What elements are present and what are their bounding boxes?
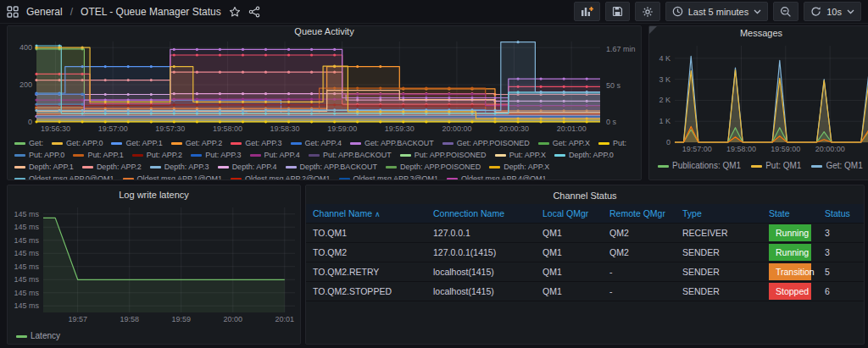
table-cell: TO.QM2.RETRY bbox=[306, 262, 426, 282]
legend-item[interactable]: Put: APP.2 bbox=[132, 150, 182, 160]
apps-grid-icon[interactable] bbox=[7, 6, 19, 18]
legend-item[interactable]: Get: APP.POISONED bbox=[442, 138, 530, 148]
table-cell: localhost(1415) bbox=[426, 262, 536, 282]
table-cell: - bbox=[603, 282, 676, 301]
table-cell: 127.0.0.1 bbox=[426, 224, 536, 243]
table-cell-state: Transition bbox=[762, 262, 818, 282]
legend-item[interactable]: Put: APP.POISONED bbox=[400, 150, 487, 160]
table-row: TO.QM1127.0.0.1QM1QM2RECEIVERRunning3 bbox=[306, 224, 865, 243]
queue-activity-chart[interactable]: 19:56:3019:57:0019:57:3019:58:0019:58:30… bbox=[8, 37, 641, 137]
table-cell: QM1 bbox=[536, 243, 603, 262]
legend-item[interactable]: Oldest msg APP.3@QM1 bbox=[339, 174, 439, 180]
legend-item[interactable]: Oldest msg APP.2@QM1 bbox=[231, 174, 331, 180]
svg-text:19:59:30: 19:59:30 bbox=[385, 124, 415, 133]
table-cell-status: 6 bbox=[818, 282, 865, 301]
legend-item[interactable]: Depth: APP.BACKOUT bbox=[286, 162, 377, 172]
log-write-latency-chart[interactable]: 19:5719:5819:5920:0020:01145 ms145 ms145… bbox=[8, 202, 300, 329]
svg-text:145 ms: 145 ms bbox=[14, 301, 39, 310]
column-header-channel-name[interactable]: Channel Name∧ bbox=[306, 204, 426, 224]
svg-text:1 K: 1 K bbox=[659, 117, 670, 125]
legend-item[interactable]: Get: APP.1 bbox=[111, 138, 162, 148]
log-latency-legend: Latency bbox=[8, 329, 300, 343]
column-header-remote-qmgr[interactable]: Remote QMgr bbox=[603, 204, 676, 224]
add-panel-button[interactable] bbox=[574, 2, 600, 21]
legend-item[interactable]: Depth: APP.2 bbox=[82, 162, 142, 172]
legend-item[interactable]: Put: APP.X bbox=[495, 150, 546, 160]
svg-text:19:58: 19:58 bbox=[120, 315, 139, 323]
svg-text:19:59: 19:59 bbox=[171, 315, 191, 323]
legend-item[interactable]: Oldest msg APP.4@QM1 bbox=[447, 174, 547, 180]
save-dashboard-button[interactable] bbox=[605, 2, 630, 21]
legend-item[interactable]: Depth: APP.4 bbox=[218, 162, 277, 172]
table-cell-status: 3 bbox=[818, 224, 865, 243]
svg-text:20:01:00: 20:01:00 bbox=[557, 124, 587, 133]
panel-title-log-write-latency[interactable]: Log write latency bbox=[8, 185, 300, 202]
svg-text:20:01: 20:01 bbox=[275, 315, 295, 323]
legend-item[interactable]: Put: bbox=[598, 138, 626, 148]
column-header-type[interactable]: Type bbox=[676, 204, 762, 224]
svg-text:19:56:30: 19:56:30 bbox=[41, 124, 70, 133]
table-cell: TO.QM2.STOPPED bbox=[306, 282, 426, 301]
column-header-connection-name[interactable]: Connection Name bbox=[426, 204, 536, 224]
table-cell: SENDER bbox=[676, 243, 762, 262]
legend-item[interactable]: Depth: APP.1 bbox=[14, 162, 74, 172]
messages-chart[interactable]: 19:57:0019:58:0019:59:0020:00:0001 K2 K3… bbox=[649, 39, 868, 159]
table-cell-state: Stopped bbox=[762, 282, 818, 301]
panel-title-queue-activity[interactable]: Queue Activity bbox=[8, 26, 641, 37]
svg-text:145 ms: 145 ms bbox=[14, 275, 39, 284]
table-cell: TO.QM1 bbox=[306, 224, 426, 243]
legend-item[interactable]: Get: APP.0 bbox=[52, 138, 103, 148]
svg-text:50 s: 50 s bbox=[606, 81, 621, 90]
svg-text:1.67 min: 1.67 min bbox=[606, 45, 636, 53]
legend-item[interactable]: Get: APP.2 bbox=[171, 138, 222, 148]
breadcrumb-root[interactable]: General bbox=[26, 6, 63, 18]
svg-text:20:00:30: 20:00:30 bbox=[499, 124, 529, 133]
legend-item[interactable]: Put: APP.0 bbox=[14, 150, 64, 160]
legend-item[interactable]: Oldest msg APP.0@QM1 bbox=[14, 174, 114, 180]
column-header-local-qmgr[interactable]: Local QMgr bbox=[536, 204, 603, 224]
legend-item[interactable]: Put: QM1 bbox=[751, 161, 801, 171]
svg-text:3 K: 3 K bbox=[659, 75, 670, 84]
legend-item[interactable]: Get: APP.X bbox=[538, 138, 590, 148]
svg-text:19:58:00: 19:58:00 bbox=[726, 145, 756, 153]
breadcrumb-separator: / bbox=[70, 6, 73, 18]
svg-text:20:00:00: 20:00:00 bbox=[815, 145, 845, 153]
panel-title-messages[interactable]: Messages bbox=[649, 26, 868, 39]
legend-item[interactable]: Publications: QM1 bbox=[658, 161, 741, 171]
dashboard-title[interactable]: OTEL - Queue Manager Status bbox=[81, 6, 221, 18]
legend-item[interactable]: Get: QM1 bbox=[811, 161, 862, 171]
legend-item[interactable]: Get: APP.3 bbox=[231, 138, 281, 148]
time-range-label: Last 5 minutes bbox=[688, 7, 749, 17]
column-header-state[interactable]: State bbox=[762, 204, 818, 224]
legend-item[interactable]: Depth: APP.0 bbox=[554, 150, 614, 160]
messages-legend: Publications: QM1Put: QM1Get: QM1Browse … bbox=[649, 159, 868, 173]
table-cell: SENDER bbox=[676, 262, 762, 282]
panel-title-channel-status[interactable]: Channel Status bbox=[306, 185, 864, 204]
legend-item[interactable]: Put: APP.3 bbox=[191, 150, 241, 160]
legend-item[interactable]: Latency bbox=[16, 331, 60, 341]
dashboard-settings-button[interactable] bbox=[635, 2, 660, 21]
time-range-picker[interactable]: Last 5 minutes bbox=[665, 2, 769, 21]
legend-item[interactable]: Oldest msg APP.1@QM1 bbox=[123, 174, 223, 180]
star-icon[interactable] bbox=[229, 6, 241, 18]
table-cell: QM1 bbox=[536, 282, 603, 301]
legend-item[interactable]: Depth: APP.3 bbox=[150, 162, 209, 172]
legend-item[interactable]: Get: APP.4 bbox=[291, 138, 342, 148]
table-cell-state: Running bbox=[762, 243, 818, 262]
panel-info-corner-icon[interactable] bbox=[649, 26, 657, 34]
zoom-out-button[interactable] bbox=[773, 2, 798, 21]
legend-item[interactable]: Depth: APP.POISONED bbox=[386, 162, 481, 172]
legend-item[interactable]: Put: APP.1 bbox=[73, 150, 123, 160]
legend-item[interactable]: Put: APP.4 bbox=[250, 150, 300, 160]
refresh-button[interactable]: 10s bbox=[804, 2, 861, 21]
legend-item[interactable]: Get: bbox=[14, 138, 43, 148]
legend-item[interactable]: Get: APP.BACKOUT bbox=[350, 138, 434, 148]
table-cell: QM2 bbox=[603, 243, 676, 262]
legend-item[interactable]: Put: APP.BACKOUT bbox=[309, 150, 392, 160]
channel-status-table: Channel Name∧Connection NameLocal QMgrRe… bbox=[306, 204, 865, 301]
svg-text:2 K: 2 K bbox=[659, 96, 670, 104]
table-cell-status: 5 bbox=[818, 262, 865, 282]
share-icon[interactable] bbox=[248, 6, 260, 18]
column-header-status[interactable]: Status bbox=[818, 204, 865, 224]
legend-item[interactable]: Depth: APP.X bbox=[489, 162, 549, 172]
